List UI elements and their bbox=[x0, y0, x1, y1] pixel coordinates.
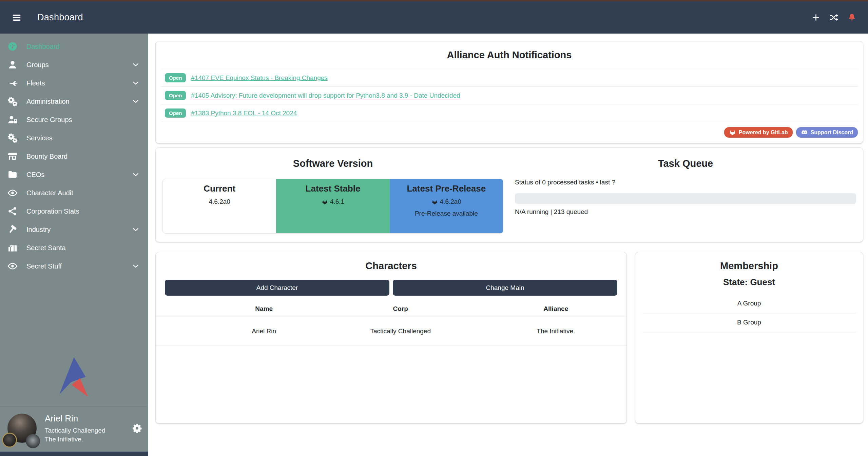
user-lock-icon bbox=[7, 115, 18, 125]
notification-row: Open #1407 EVE Equinox Status - Breaking… bbox=[161, 69, 858, 86]
user-panel: Ariel Rin Tactically Challenged The Init… bbox=[0, 407, 148, 452]
sidebar-item-label: Character Audit bbox=[26, 189, 73, 197]
character-name-cell: Ariel Rin bbox=[212, 317, 316, 345]
task-queue-section: Task Queue Status of 0 processed tasks •… bbox=[503, 148, 856, 234]
list-item: A Group bbox=[643, 294, 855, 313]
version-cell-current: Current 4.6.2a0 bbox=[163, 179, 276, 233]
gifts-icon bbox=[7, 243, 18, 253]
sidebar-item-label: Secret Santa bbox=[26, 244, 66, 252]
notification-link[interactable]: #1383 Python 3.8 EOL - 14 Oct 2024 bbox=[191, 110, 297, 117]
sidebar-item-services[interactable]: Services bbox=[0, 129, 148, 147]
notification-link[interactable]: #1405 Advisory: Future development will … bbox=[191, 92, 460, 99]
corp-column-header: Corp bbox=[316, 301, 485, 317]
notifications-footer: Powered by GitLab Support Discord bbox=[156, 122, 863, 138]
characters-panel: Characters Add Character Change Main Nam… bbox=[155, 252, 627, 423]
corp-logo-badge bbox=[2, 433, 17, 448]
sidebar-item-label: Dashboard bbox=[26, 43, 60, 51]
sidebar-item-label: Industry bbox=[26, 226, 51, 234]
change-main-button[interactable]: Change Main bbox=[393, 280, 617, 296]
folder-icon bbox=[7, 170, 18, 180]
sidebar-footer: Ariel Rin Tactically Challenged The Init… bbox=[0, 356, 148, 456]
plus-icon[interactable] bbox=[811, 13, 821, 22]
status-badge: Open bbox=[165, 91, 186, 100]
gitlab-icon bbox=[431, 199, 438, 205]
hammer-icon bbox=[7, 224, 18, 235]
status-badge: Open bbox=[165, 73, 186, 82]
user-info: Ariel Rin Tactically Challenged The Init… bbox=[45, 412, 105, 444]
table-header-row: Name Corp Alliance bbox=[156, 301, 626, 317]
membership-state: State: Guest bbox=[635, 277, 863, 288]
task-queue-title: Task Queue bbox=[515, 158, 856, 169]
notifications-title: Alliance Auth Notifications bbox=[156, 49, 863, 61]
notification-link[interactable]: #1407 EVE Equinox Status - Breaking Chan… bbox=[191, 74, 327, 82]
user-name: Ariel Rin bbox=[45, 412, 105, 424]
version-number: 4.6.2a0 bbox=[440, 198, 461, 205]
characters-table: Name Corp Alliance Ariel Rin Tactically … bbox=[156, 301, 626, 346]
software-version-section: Software Version Current 4.6.2a0 Latest … bbox=[162, 148, 503, 234]
membership-title: Membership bbox=[635, 260, 863, 272]
sidebar-item-secure-groups[interactable]: Secure Groups bbox=[0, 111, 148, 129]
page-title: Dashboard bbox=[37, 12, 83, 23]
portrait-column-header bbox=[156, 301, 212, 317]
task-queue-counts: N/A running | 213 queued bbox=[515, 208, 856, 216]
character-corp-cell: Tactically Challenged bbox=[316, 317, 485, 345]
alliance-column-header: Alliance bbox=[485, 301, 626, 317]
user-alliance: The Initiative. bbox=[45, 435, 105, 444]
avatar bbox=[177, 324, 191, 338]
characters-title: Characters bbox=[156, 260, 626, 272]
sidebar-item-character-audit[interactable]: Character Audit bbox=[0, 184, 148, 202]
chevron-down-icon bbox=[132, 171, 139, 178]
sidebar-item-label: Services bbox=[26, 134, 53, 142]
sidebar-item-label: Secret Stuff bbox=[26, 262, 62, 270]
eye-icon bbox=[7, 261, 18, 271]
version-number: 4.6.2a0 bbox=[209, 198, 230, 205]
sidebar-item-secret-stuff[interactable]: Secret Stuff bbox=[0, 257, 148, 275]
jet-icon bbox=[7, 78, 18, 88]
gitlab-icon bbox=[729, 129, 736, 136]
sidebar-item-label: Administration bbox=[26, 98, 70, 105]
characters-actions: Add Character Change Main bbox=[156, 280, 626, 296]
sidebar-item-industry[interactable]: Industry bbox=[0, 220, 148, 239]
shuffle-icon[interactable] bbox=[829, 13, 838, 22]
sidebar-item-fleets[interactable]: Fleets bbox=[0, 74, 148, 92]
alliance-logo-badge bbox=[26, 434, 40, 448]
sidebar-item-groups[interactable]: Groups bbox=[0, 56, 148, 74]
sidebar-item-ceos[interactable]: CEOs bbox=[0, 165, 148, 184]
sidebar-item-label: Secure Groups bbox=[26, 116, 72, 124]
gauge-icon bbox=[7, 41, 18, 52]
sidebar-item-administration[interactable]: Administration bbox=[0, 92, 148, 111]
alliance-auth-logo bbox=[0, 356, 148, 406]
chevron-down-icon bbox=[132, 79, 139, 87]
discord-badge-label: Support Discord bbox=[811, 130, 853, 136]
sidebar-item-label: Groups bbox=[26, 61, 49, 69]
discord-badge[interactable]: Support Discord bbox=[796, 127, 858, 138]
notification-row: Open #1405 Advisory: Future development … bbox=[161, 86, 858, 104]
status-badge: Open bbox=[165, 108, 186, 118]
add-character-button[interactable]: Add Character bbox=[165, 280, 389, 296]
sidebar-nav: Dashboard Groups Fleets Administration S… bbox=[0, 34, 148, 275]
task-queue-status: Status of 0 processed tasks • last ? bbox=[515, 179, 856, 186]
software-version-task-queue-panel: Software Version Current 4.6.2a0 Latest … bbox=[155, 147, 863, 242]
menu-icon[interactable] bbox=[12, 13, 22, 23]
character-alliance-cell: The Initiative. bbox=[485, 317, 626, 345]
version-cell-label: Latest Stable bbox=[276, 183, 389, 194]
sidebar-item-secret-santa[interactable]: Secret Santa bbox=[0, 239, 148, 257]
bell-icon[interactable] bbox=[847, 13, 856, 22]
gitlab-badge[interactable]: Powered by GitLab bbox=[724, 127, 793, 138]
chevron-down-icon bbox=[132, 61, 139, 68]
version-cell-label: Current bbox=[163, 183, 276, 194]
gears-icon bbox=[7, 133, 18, 143]
sidebar-item-corporation-stats[interactable]: Corporation Stats bbox=[0, 202, 148, 220]
notifications-list: Open #1407 EVE Equinox Status - Breaking… bbox=[161, 69, 858, 122]
task-queue-progressbar bbox=[515, 193, 856, 204]
prerelease-note: Pre-Release available bbox=[390, 210, 503, 217]
sidebar: Dashboard Groups Fleets Administration S… bbox=[0, 34, 148, 456]
gear-icon[interactable] bbox=[132, 423, 142, 433]
notifications-panel: Alliance Auth Notifications Open #1407 E… bbox=[155, 41, 863, 143]
sidebar-item-dashboard[interactable]: Dashboard bbox=[0, 37, 148, 56]
store-icon bbox=[7, 151, 18, 161]
gitlab-badge-label: Powered by GitLab bbox=[739, 130, 788, 136]
sidebar-item-label: Fleets bbox=[26, 79, 45, 87]
version-cell-stable: Latest Stable 4.6.1 bbox=[276, 179, 389, 233]
sidebar-item-bounty-board[interactable]: Bounty Board bbox=[0, 147, 148, 165]
